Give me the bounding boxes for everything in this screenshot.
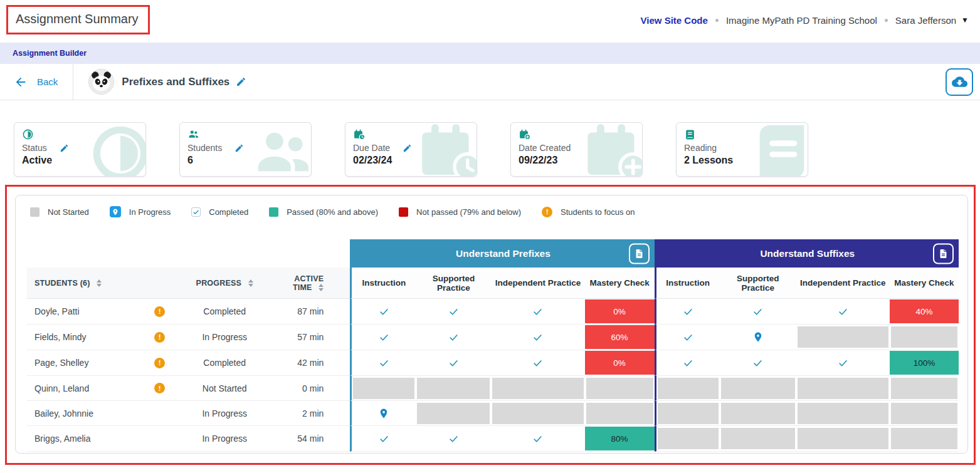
- mastery-score: 40%: [890, 299, 959, 323]
- lesson-cell-completed: [416, 426, 491, 452]
- lesson-cell-not-started: [890, 401, 959, 426]
- card-value: Active: [22, 155, 145, 166]
- active-time-cell: 0 min: [275, 376, 350, 401]
- col-header-mastery-check: Mastery Check: [890, 268, 959, 299]
- student-row: Quinn, Leland!Not Started0 min: [27, 376, 959, 401]
- lesson-cell-not-started: [796, 426, 890, 452]
- lesson-cell-completed: [416, 299, 491, 325]
- legend-item: Passed (80% and above): [269, 207, 378, 217]
- edit-students-pencil-icon[interactable]: [234, 143, 244, 153]
- active-time-cell: 57 min: [275, 325, 350, 350]
- col-header-instruction: Instruction: [350, 268, 416, 299]
- student-name: Quinn, Leland: [34, 383, 89, 393]
- lesson-cell-completed: [796, 350, 890, 376]
- progress-cell: Not Started: [174, 376, 275, 401]
- download-report-button[interactable]: [946, 68, 973, 96]
- breadcrumb[interactable]: Assignment Builder: [13, 49, 87, 58]
- mastery-score-cell: 0%: [585, 299, 655, 325]
- student-name-cell: Briggs, Amelia: [27, 426, 174, 452]
- mastery-score-cell: 100%: [890, 350, 959, 376]
- card-value: 6: [187, 155, 311, 166]
- card-date-created: Date Created 09/22/23: [510, 122, 643, 177]
- card-value: 09/22/23: [519, 155, 642, 166]
- toolbar-divider: [73, 64, 73, 100]
- student-name-cell: Bailey, Johnnie: [27, 401, 174, 426]
- user-name: Sara Jefferson: [895, 15, 956, 26]
- legend-label: Not Started: [48, 207, 89, 217]
- lesson-report-icon[interactable]: [629, 243, 650, 264]
- assignment-title: Prefixes and Suffixes: [122, 76, 229, 88]
- card-value: 2 Lessons: [684, 155, 808, 166]
- lesson-report-icon[interactable]: [933, 243, 954, 264]
- mastery-score: 80%: [585, 427, 655, 450]
- lesson-cell-completed: [491, 350, 584, 376]
- lesson-cell-completed: [655, 299, 720, 325]
- account-bar: View Site Code Imagine MyPath PD Trainin…: [641, 0, 969, 40]
- col-header-supported-practice: Supported Practice: [720, 268, 796, 299]
- col-header-students[interactable]: STUDENTS (6): [27, 268, 174, 299]
- progress-table: Understand Prefixes Understand Suffixes: [27, 239, 959, 452]
- lesson-cell-not-started: [350, 376, 416, 401]
- status-clock-icon: [22, 128, 145, 142]
- lesson-cell-completed: [720, 350, 796, 376]
- col-header-active-time[interactable]: ACTIVE TIME: [275, 268, 350, 299]
- card-label: Reading: [684, 143, 717, 153]
- caret-down-icon: ▼: [961, 16, 969, 24]
- mastery-score: 60%: [585, 325, 655, 349]
- progress-cell: In Progress: [174, 401, 275, 426]
- col-header-progress[interactable]: PROGRESS: [174, 268, 275, 299]
- lesson-cell-not-started: [720, 426, 796, 452]
- user-menu[interactable]: Sara Jefferson ▼: [895, 15, 969, 26]
- card-students: Students 6: [179, 122, 312, 177]
- cloud-download-icon: [952, 74, 967, 90]
- legend-label: Completed: [209, 207, 248, 217]
- lesson-cell-completed: [720, 299, 796, 325]
- active-time-cell: 2 min: [275, 401, 350, 426]
- legend-label: Students to focus on: [561, 207, 635, 217]
- card-label: Due Date: [353, 143, 390, 153]
- back-arrow-icon: [14, 75, 28, 89]
- edit-due-date-pencil-icon[interactable]: [403, 143, 412, 153]
- edit-assignment-pencil-icon[interactable]: [236, 76, 246, 87]
- lesson-cell-not-started: [491, 401, 584, 426]
- assignment-toolbar: Back Prefixes and Suffixes: [0, 64, 980, 100]
- legend-label: Passed (80% and above): [287, 207, 378, 217]
- page-title: Assignment Summary: [16, 12, 139, 26]
- back-label: Back: [37, 76, 58, 87]
- lesson-cell-completed: [491, 299, 584, 325]
- mastery-score: 0%: [585, 351, 655, 375]
- red-square-icon: [399, 207, 408, 217]
- edit-status-pencil-icon[interactable]: [60, 143, 69, 153]
- lesson-group-prefixes: Understand Prefixes: [350, 239, 654, 268]
- lesson-cell-not-started: [796, 376, 890, 401]
- lesson-cell-completed: [350, 325, 416, 350]
- view-site-code-link[interactable]: View Site Code: [641, 15, 708, 26]
- col-header-instruction: Instruction: [655, 268, 720, 299]
- lesson-cell-completed: [350, 350, 416, 376]
- lesson-cell-completed: [416, 350, 491, 376]
- card-label: Students: [187, 143, 222, 153]
- school-name: Imagine MyPath PD Training School: [726, 15, 877, 26]
- lesson-group-suffixes: Understand Suffixes: [655, 239, 959, 268]
- card-status: Status Active: [14, 122, 146, 177]
- mastery-score-cell: 40%: [890, 299, 959, 325]
- back-button[interactable]: Back: [0, 64, 73, 100]
- lesson-cell-completed: [796, 299, 890, 325]
- student-name: Doyle, Patti: [34, 306, 80, 316]
- header-spacer: [27, 239, 350, 268]
- book-icon: [684, 128, 808, 142]
- lesson-cell-not-started: [585, 401, 655, 426]
- checkbox-icon: [191, 207, 201, 217]
- title-annotation-box: Assignment Summary: [6, 5, 150, 34]
- lesson-cell-completed: [655, 325, 720, 350]
- lesson-cell-completed: [416, 325, 491, 350]
- lesson-cell-completed: [655, 350, 720, 376]
- lesson-cell-completed: [491, 325, 584, 350]
- lesson-cell-not-started: [796, 325, 890, 350]
- lesson-cell-not-started: [720, 401, 796, 426]
- mastery-score: 100%: [890, 351, 959, 375]
- active-time-cell: 42 min: [275, 350, 350, 376]
- col-header-mastery-check: Mastery Check: [585, 268, 655, 299]
- student-name-cell: Page, Shelley!: [27, 350, 174, 376]
- legend-label: In Progress: [129, 207, 171, 217]
